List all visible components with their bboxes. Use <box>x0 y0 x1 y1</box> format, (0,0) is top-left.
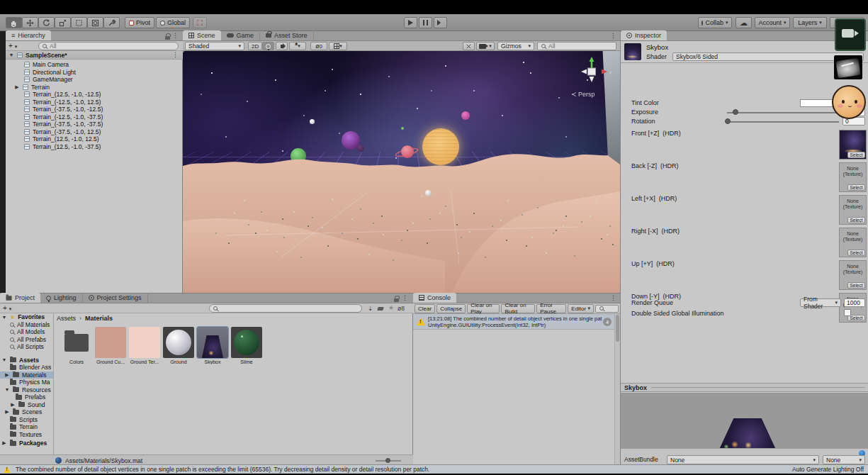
label-icon[interactable] <box>377 307 383 311</box>
tab-hierarchy[interactable]: ≡ Hierarchy <box>6 30 51 40</box>
tree-item[interactable]: Textures <box>0 431 53 439</box>
favorite-star-icon[interactable]: ★ <box>388 304 394 311</box>
material-preview-area[interactable] <box>621 393 868 448</box>
render-queue-value-field[interactable]: 1000 <box>844 298 865 307</box>
thumbnail-size-handle[interactable] <box>385 458 390 463</box>
planet-white-small[interactable] <box>310 119 315 124</box>
status-bar[interactable]: The combined number of detail object ver… <box>0 464 868 474</box>
asset-tile-ground-cube[interactable]: Ground Cu... <box>95 327 126 364</box>
lock-icon[interactable] <box>165 36 170 40</box>
slot-up-texture[interactable]: None (Texture)Select <box>839 260 867 290</box>
snap-tool-button[interactable] <box>193 17 207 28</box>
shading-mode-dropdown[interactable]: Shaded▾ <box>185 42 244 50</box>
slot-right-texture[interactable]: None (Texture)Select <box>839 228 867 257</box>
hierarchy-item[interactable]: Terrain_(12.5, -1.0, 12.5) <box>6 135 183 143</box>
tree-item[interactable]: Blender Ass <box>0 364 53 371</box>
slot-back-texture[interactable]: None (Texture)Select <box>839 162 867 192</box>
tree-item[interactable]: All Models <box>0 328 53 336</box>
slot-front-texture[interactable]: Select <box>839 130 867 160</box>
hierarchy-item[interactable]: Terrain_(12.5, -1.0, -12.5) <box>6 91 183 99</box>
asset-tile-colors[interactable]: Colors <box>61 327 92 364</box>
asset-tile-ground-terrain[interactable]: Ground Ter... <box>129 327 160 364</box>
tab-project-settings[interactable]: Project Settings <box>83 293 148 303</box>
preview-header[interactable]: Skybox <box>621 383 868 392</box>
move-tool-button[interactable] <box>22 17 38 28</box>
collapse-button[interactable]: Collapse <box>436 304 466 313</box>
clear-button[interactable]: Clear <box>415 304 435 313</box>
play-button[interactable] <box>404 17 417 28</box>
hierarchy-item[interactable]: Terrain_(-12.5, -1.0, 12.5) <box>6 99 183 106</box>
breadcrumb-current[interactable]: Materials <box>85 315 113 322</box>
pause-button[interactable] <box>419 17 432 28</box>
slot-down-texture[interactable]: None (Texture)Select <box>839 293 867 323</box>
tab-game[interactable]: Game <box>221 30 261 40</box>
tree-item[interactable]: ▶Scenes <box>0 408 53 416</box>
hierarchy-item[interactable]: Terrain_(-37.5, -1.0, 12.5) <box>6 128 183 136</box>
project-search-input[interactable] <box>209 304 362 313</box>
transform-tool-button[interactable] <box>87 17 103 28</box>
orientation-gizmo[interactable]: x <box>568 57 615 89</box>
select-button[interactable]: Select <box>847 217 865 223</box>
tree-item[interactable]: Scripts <box>0 416 53 424</box>
scene-viewport[interactable]: x ≺ Persp <box>183 51 620 293</box>
lock-icon[interactable] <box>394 298 399 302</box>
scene-camera-dropdown[interactable]: ▾ <box>476 42 495 50</box>
breadcrumb-root[interactable]: Assets <box>57 315 76 322</box>
tree-item[interactable]: All Prefabs <box>0 336 53 344</box>
tree-item[interactable]: All Materials <box>0 321 53 329</box>
hierarchy-item[interactable]: Main Camera <box>6 61 183 69</box>
planet-magenta-small[interactable] <box>461 111 470 120</box>
scene-search-input[interactable]: All <box>537 42 616 50</box>
hidden-objects-button[interactable]: ø0 <box>310 42 327 50</box>
console-scrollbar[interactable] <box>614 314 620 465</box>
tab-lighting[interactable]: Lighting <box>40 293 83 303</box>
kebab-menu-icon[interactable]: ⋮ <box>610 33 616 39</box>
tab-inspector[interactable]: Inspector <box>621 30 667 40</box>
tree-item[interactable]: ▶Sound <box>0 401 53 409</box>
clear-on-play-button[interactable]: Clear on Play <box>467 304 500 313</box>
cloud-button[interactable]: ☁ <box>735 17 752 28</box>
rect-tool-button[interactable] <box>71 17 87 28</box>
scene-lighting-toggle[interactable] <box>262 42 274 50</box>
select-button[interactable]: Select <box>847 152 865 158</box>
hierarchy-item[interactable]: Directional Light <box>6 69 183 77</box>
exposure-slider-handle[interactable] <box>733 109 738 115</box>
hierarchy-item[interactable]: GameManager <box>6 76 183 84</box>
hidden-packages-button[interactable]: ø8 <box>398 305 405 312</box>
auto-generate-lighting-status[interactable]: Auto Generate Lighting Off <box>792 466 864 473</box>
persp-label[interactable]: ≺ Persp <box>571 91 595 98</box>
hierarchy-item[interactable]: Terrain_(-37.5, -1.0, -12.5) <box>6 106 183 113</box>
console-entry[interactable]: [13:21:08] The combined number of detail… <box>413 314 614 330</box>
tree-item[interactable]: Physics Ma <box>0 379 53 386</box>
material-thumbnail[interactable] <box>624 43 641 60</box>
scene-effects-dropdown[interactable]: *▾ <box>289 42 306 50</box>
tree-packages[interactable]: ▶Packages <box>0 440 53 447</box>
editor-dropdown[interactable]: Editor ▾ <box>568 304 594 313</box>
scrollbar-thumb[interactable] <box>616 315 619 342</box>
expander-icon[interactable]: ▶ <box>14 84 20 90</box>
2d-toggle-button[interactable]: 2D <box>248 42 262 50</box>
asset-tile-slime[interactable]: Slime <box>231 327 262 364</box>
project-add-button[interactable]: + ▾ <box>3 304 11 312</box>
rotation-slider-handle[interactable] <box>725 118 731 124</box>
pivot-toggle-button[interactable]: Pivot <box>125 17 154 28</box>
exposure-slider[interactable] <box>727 112 839 113</box>
collab-button[interactable]: Collab▾ <box>698 17 732 28</box>
import-icon[interactable]: ⇣ <box>368 305 373 312</box>
custom-tool-button[interactable] <box>103 17 120 28</box>
console-search-input[interactable] <box>595 305 619 313</box>
hierarchy-add-button[interactable]: + ▾ <box>9 42 17 50</box>
assetbundle-dropdown[interactable]: None▾ <box>667 455 819 464</box>
tree-item[interactable]: All Scripts <box>0 343 53 351</box>
scene-kebab-icon[interactable]: ⋮ <box>172 52 179 58</box>
scene-header-row[interactable]: ▼ SampleScene* ⋮ <box>6 51 183 60</box>
dsgi-checkbox[interactable] <box>844 309 851 316</box>
select-button[interactable]: Select <box>847 282 865 289</box>
tab-console[interactable]: Console <box>413 293 456 303</box>
rotation-slider[interactable] <box>727 121 839 123</box>
hierarchy-item[interactable]: Terrain_(12.5, -1.0, -37.5) <box>6 143 183 151</box>
tab-project[interactable]: Project <box>0 293 40 303</box>
tree-item[interactable]: Terrain <box>0 423 53 431</box>
scale-tool-button[interactable] <box>55 17 71 28</box>
tree-item[interactable]: ▼Resources <box>0 386 53 394</box>
